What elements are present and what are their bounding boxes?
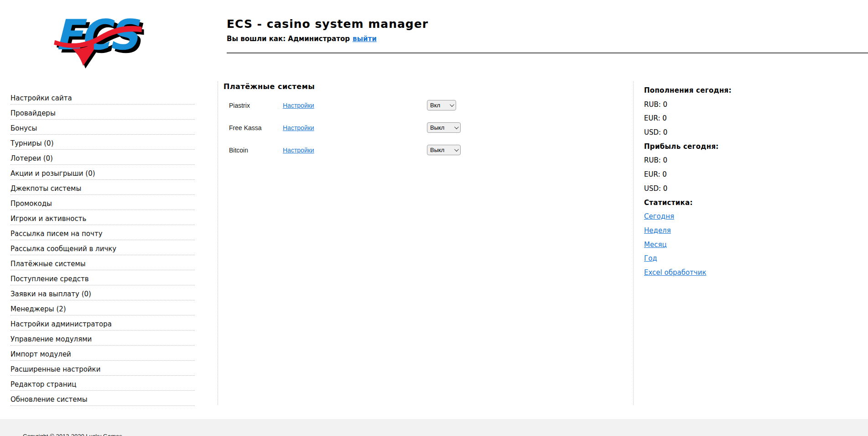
profit-eur-value: EUR: 0 bbox=[644, 168, 790, 182]
sidebar-menu: Настройки сайта Провайдеры Бонусы Турнир… bbox=[10, 89, 195, 406]
deposits-usd-value: USD: 0 bbox=[644, 126, 790, 140]
payment-name: Free Kassa bbox=[229, 124, 283, 131]
payment-row-piastrix: Piastrix Настройки bbox=[229, 100, 421, 111]
sidebar-item-advanced-settings[interactable]: Расширенные настройки bbox=[10, 361, 195, 376]
deposits-today-heading: Пополнения сегодня: bbox=[644, 84, 790, 98]
content-left-divider bbox=[218, 81, 218, 405]
piastrix-state-select-wrap: Вкл bbox=[427, 100, 456, 110]
sidebar-item-promocodes[interactable]: Промокоды bbox=[10, 195, 195, 210]
sidebar-item-managers[interactable]: Менеджеры (2) bbox=[10, 300, 195, 315]
freekassa-state-select[interactable]: Выкл bbox=[427, 122, 461, 133]
sidebar-item-site-settings[interactable]: Настройки сайта bbox=[10, 89, 195, 105]
sidebar-item-bonuses[interactable]: Бонусы bbox=[10, 120, 195, 135]
freekassa-settings-link[interactable]: Настройки bbox=[283, 124, 314, 131]
sidebar-item-jackpots[interactable]: Джекпоты системы bbox=[10, 180, 195, 195]
logout-link[interactable]: выйти bbox=[353, 35, 377, 43]
piastrix-settings-link[interactable]: Настройки bbox=[283, 102, 314, 109]
page-footer: Copyright © 2013-2020 Lucky Games bbox=[0, 419, 868, 436]
sidebar-item-payout-requests[interactable]: Заявки на выплату (0) bbox=[10, 285, 195, 300]
stats-excel-link[interactable]: Excel обработчик bbox=[644, 268, 706, 277]
sidebar-item-email-mailing[interactable]: Рассылка писем на почту bbox=[10, 225, 195, 240]
page-title: ECS - casino system manager bbox=[227, 17, 428, 31]
content-right-divider bbox=[633, 81, 634, 405]
profit-today-heading: Прибыль сегодня: bbox=[644, 140, 790, 154]
bitcoin-settings-link[interactable]: Настройки bbox=[283, 147, 314, 154]
sidebar-item-page-editor[interactable]: Редактор страниц bbox=[10, 376, 195, 391]
bitcoin-state-select-wrap: Выкл bbox=[427, 145, 461, 155]
sidebar-item-lotteries[interactable]: Лотереи (0) bbox=[10, 150, 195, 165]
sidebar-item-module-management[interactable]: Управление модулями bbox=[10, 331, 195, 346]
statistics-heading: Статистика: bbox=[644, 196, 790, 210]
login-status: Вы вошли как: Администраторвыйти bbox=[227, 35, 377, 43]
deposits-eur-value: EUR: 0 bbox=[644, 111, 790, 126]
sidebar-item-players-activity[interactable]: Игроки и активность bbox=[10, 210, 195, 225]
stats-today-link[interactable]: Сегодня bbox=[644, 212, 674, 221]
sidebar-item-payment-systems[interactable]: Платёжные системы bbox=[10, 255, 195, 270]
sidebar-item-system-update[interactable]: Обновление системы bbox=[10, 391, 195, 406]
svg-text:ECS: ECS bbox=[54, 11, 140, 59]
stats-year-link[interactable]: Год bbox=[644, 254, 657, 263]
sidebar-item-module-import[interactable]: Импорт модулей bbox=[10, 346, 195, 361]
payment-systems-title: Платёжные системы bbox=[223, 82, 315, 91]
profit-rub-value: RUB: 0 bbox=[644, 153, 790, 168]
copyright-text: Copyright © 2013-2020 Lucky Games bbox=[23, 433, 122, 436]
piastrix-state-select[interactable]: Вкл bbox=[427, 100, 456, 110]
sidebar-item-incoming-funds[interactable]: Поступление средств bbox=[10, 270, 195, 285]
deposits-rub-value: RUB: 0 bbox=[644, 98, 790, 112]
sidebar-item-admin-settings[interactable]: Настройки администратора bbox=[10, 315, 195, 331]
sidebar-item-tournaments[interactable]: Турниры (0) bbox=[10, 135, 195, 150]
sidebar-item-promotions[interactable]: Акции и розыгрыши (0) bbox=[10, 165, 195, 180]
login-status-text: Вы вошли как: Администратор bbox=[227, 35, 350, 43]
sidebar-item-providers[interactable]: Провайдеры bbox=[10, 105, 195, 120]
freekassa-state-select-wrap: Выкл bbox=[427, 122, 461, 133]
stats-panel: Пополнения сегодня: RUB: 0 EUR: 0 USD: 0… bbox=[644, 84, 790, 280]
stats-week-link[interactable]: Неделя bbox=[644, 226, 671, 235]
payment-name: Bitcoin bbox=[229, 147, 283, 154]
ecs-logo: ECS ECS bbox=[51, 7, 145, 70]
payment-row-freekassa: Free Kassa Настройки bbox=[229, 122, 421, 133]
header-divider bbox=[227, 53, 868, 53]
payment-name: Piastrix bbox=[229, 102, 283, 109]
profit-usd-value: USD: 0 bbox=[644, 182, 790, 196]
sidebar-item-pm-mailing[interactable]: Рассылка сообщений в личку bbox=[10, 240, 195, 255]
payment-row-bitcoin: Bitcoin Настройки bbox=[229, 145, 421, 156]
bitcoin-state-select[interactable]: Выкл bbox=[427, 145, 461, 155]
stats-month-link[interactable]: Месяц bbox=[644, 241, 667, 249]
